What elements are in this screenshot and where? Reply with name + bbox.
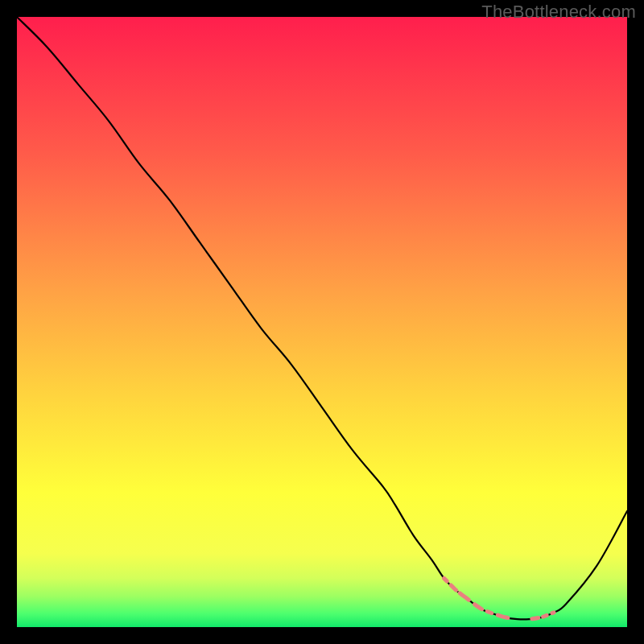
chart-frame: TheBottleneck.com: [0, 0, 644, 644]
watermark-text: TheBottleneck.com: [481, 2, 636, 23]
gradient-background: [17, 17, 627, 627]
